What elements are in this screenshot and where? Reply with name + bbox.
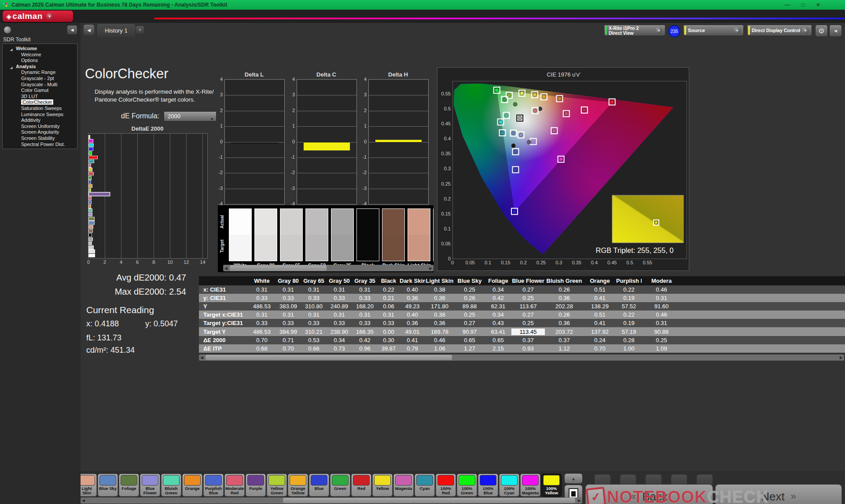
pattern-button-cyan[interactable]: Cyan [415, 474, 435, 497]
pattern-button-light-skin[interactable]: Light Skin [81, 474, 97, 497]
pattern-button-blue-sky[interactable]: Blue Sky [98, 474, 118, 497]
pattern-button-red[interactable]: Red [351, 474, 371, 497]
sidebar-item-grayscale-2pt[interactable]: Grayscale - 2pt [3, 76, 77, 82]
table-scrollbar[interactable]: ◀ ▶ [199, 354, 844, 361]
pattern-button-orange-yellow[interactable]: Orange Yellow [288, 474, 308, 497]
table-cell: 0.21 [378, 295, 400, 301]
source-dropdown[interactable]: Source ▼ [683, 25, 744, 36]
calman-menu-button[interactable]: ◈ calman ▼ [3, 11, 73, 22]
sidebar-item-welcome[interactable]: Welcome [3, 52, 77, 58]
scroll-right-icon[interactable]: ▶ [577, 497, 582, 504]
pattern-bar-scrollbar[interactable]: ◀ ▶ [81, 497, 582, 504]
table-cell: 0.27 [454, 320, 485, 326]
chevron-down-icon[interactable]: ▼ [802, 27, 809, 34]
sidebar-item-color-gamut[interactable]: Color Gamut [3, 88, 77, 94]
ghost-button[interactable] [646, 475, 661, 485]
pin-button[interactable] [4, 26, 11, 33]
scroll-left-icon[interactable]: ◀ [81, 497, 86, 504]
close-icon[interactable]: ✕ [816, 2, 820, 8]
source-label: Source [688, 28, 705, 33]
scrollbar-handle[interactable] [230, 265, 327, 271]
pattern-button-blue-flower[interactable]: Blue Flower [140, 474, 160, 497]
scroll-right-icon[interactable]: ▶ [838, 354, 844, 361]
sidebar-item-screen-stability[interactable]: Screen Stability [3, 135, 77, 142]
pattern-button-moderate-red[interactable]: Moderate Red [224, 474, 245, 497]
pattern-button-100%-yellow[interactable]: 100% Yellow [541, 474, 562, 497]
scroll-left-icon[interactable]: ◀ [223, 265, 229, 271]
patch-strip-scrollbar[interactable]: ◀ ▶ [223, 265, 434, 271]
back-button[interactable]: « Back [585, 484, 713, 504]
table-cell: 0.25 [642, 337, 681, 343]
sidebar-item-screen-angularity[interactable]: Screen Angularity [3, 129, 77, 135]
chevron-down-icon[interactable]: ▼ [46, 13, 53, 20]
pattern-button-100%-cyan[interactable]: 100% Cyan [499, 474, 519, 497]
add-tab-button[interactable]: + [136, 26, 144, 34]
sidebar-item-3d-lut[interactable]: 3D LUT [3, 94, 77, 100]
pattern-bar-expand-button[interactable]: ▲ [565, 474, 582, 483]
sidebar-item-welcome[interactable]: ◢Welcome [3, 46, 77, 52]
ghost-button[interactable] [671, 475, 687, 485]
pattern-button-100%-blue[interactable]: 100% Blue [478, 474, 498, 497]
tab-back-button[interactable]: ◀ [84, 25, 94, 35]
pattern-button-foliage[interactable]: Foliage [119, 474, 139, 497]
scrollbar-handle[interactable] [206, 355, 452, 360]
sidebar-item-screen-uniformity[interactable]: Screen Uniformity [3, 124, 77, 130]
table-cell: 0.31 [301, 286, 327, 293]
table-cell: 171.80 [425, 303, 454, 310]
display-control-dropdown[interactable]: Direct Display Control ▼ [747, 25, 812, 36]
selected-cell[interactable]: 113.45 [511, 329, 545, 335]
meter-count-badge[interactable]: 235 [668, 25, 680, 37]
chevron-down-icon[interactable]: ▼ [734, 27, 741, 34]
table-cell: 62.31 [485, 303, 511, 310]
y-tick-label: 1 [215, 123, 223, 128]
sidebar-item-analysis[interactable]: ◢Analysis [3, 64, 77, 70]
sidebar-item-grayscale-multi[interactable]: Grayscale - Multi [3, 82, 77, 88]
de-formula-select[interactable]: 2000 ▼ [164, 111, 217, 121]
x-tick-label: 0.5 [623, 260, 636, 265]
pattern-button-100%-magenta[interactable]: 100% Magenta [520, 474, 540, 497]
sidebar-item-dynamic-range[interactable]: Dynamic Range [3, 69, 77, 76]
ghost-button[interactable] [595, 475, 610, 485]
pattern-button-yellow[interactable]: Yellow [372, 474, 393, 497]
meter-dropdown[interactable]: X-Rite i1Pro 2 Direct View ▼ [604, 25, 665, 36]
tab-history-1[interactable]: History 1 [96, 23, 136, 37]
pattern-button-yellow-green[interactable]: Yellow Green [267, 474, 287, 497]
panel-collapse-button[interactable]: ◀ [829, 25, 842, 37]
table-cell: 1.06 [425, 345, 454, 352]
reading-cdm2: cd/m²: 451.34 [86, 346, 135, 355]
sidebar-item-options[interactable]: Options [3, 58, 77, 64]
chevron-down-icon[interactable]: ▼ [655, 27, 662, 34]
settings-button[interactable]: ⚙ [815, 25, 828, 37]
patch-swatch [229, 208, 252, 261]
scroll-left-icon[interactable]: ◀ [199, 354, 205, 361]
sidebar-item-spectral-power-dist[interactable]: Spectral Power Dist. [3, 142, 77, 148]
pattern-button-magenta[interactable]: Magenta [393, 474, 414, 497]
table-cell: 90.86 [642, 329, 681, 335]
scrollbar-handle[interactable] [283, 498, 575, 503]
pattern-button-green[interactable]: Green [330, 474, 350, 497]
pattern-button-label: Foliage [119, 486, 139, 491]
sidebar-item-colorchecker[interactable]: ColorChecker [3, 99, 77, 106]
maximize-icon[interactable]: □ [801, 2, 805, 8]
pattern-button-bluish-green[interactable]: Bluish Green [161, 474, 181, 497]
pattern-button-purplish-blue[interactable]: Purplish Blue [203, 474, 224, 497]
pattern-color-chip [163, 475, 180, 486]
sidebar-item-saturation-sweeps[interactable]: Saturation Sweeps [3, 106, 77, 112]
pattern-button-orange[interactable]: Orange [182, 474, 202, 497]
pattern-button-label: Light Skin [81, 486, 96, 495]
pattern-color-chip [480, 475, 496, 486]
sidebar-collapse-button[interactable]: ◀ [67, 26, 77, 34]
table-cell: 0.19 [616, 295, 642, 301]
pattern-button-100%-red[interactable]: 100% Red [436, 474, 456, 497]
pattern-button-blue[interactable]: Blue [309, 474, 329, 497]
sidebar-item-additivity[interactable]: Additivity [3, 117, 77, 124]
ghost-button[interactable] [620, 475, 636, 485]
pattern-button-100%-green[interactable]: 100% Green [457, 474, 477, 497]
next-button[interactable]: Next » [715, 484, 842, 504]
scroll-right-icon[interactable]: ▶ [428, 265, 434, 271]
sidebar-item-luminance-sweeps[interactable]: Luminance Sweeps [3, 112, 77, 118]
table-cell: 0.31 [248, 311, 276, 318]
minimize-icon[interactable]: — [785, 2, 790, 8]
ghost-button[interactable] [697, 475, 713, 485]
pattern-button-purple[interactable]: Purple [246, 474, 266, 497]
